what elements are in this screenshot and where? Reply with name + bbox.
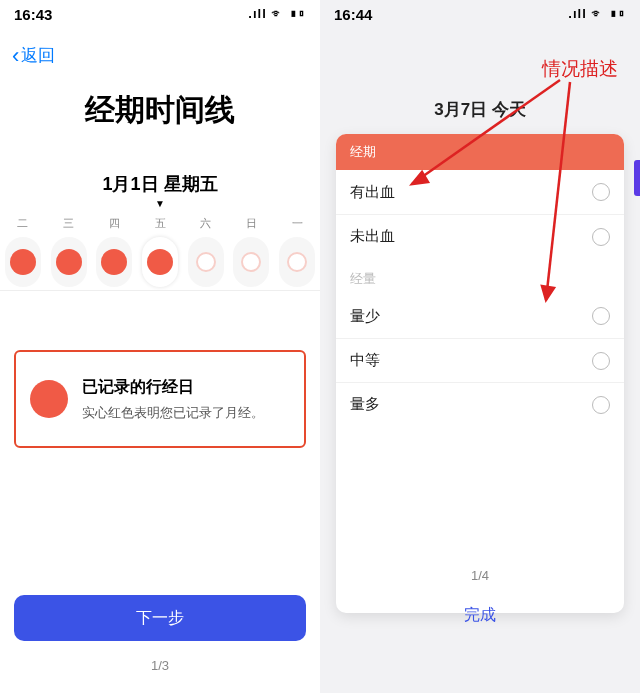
day-dot-container [188, 237, 224, 287]
status-time: 16:44 [334, 6, 372, 23]
day-cell[interactable]: 二 [0, 216, 46, 287]
status-icons: .ıll ᯤ ▮▯ [568, 6, 626, 21]
radio-icon [592, 183, 610, 201]
day-cell[interactable]: 日 [229, 216, 275, 287]
day-label: 一 [274, 216, 320, 231]
section-header-flow: 经量 [336, 258, 624, 294]
day-label: 日 [229, 216, 275, 231]
day-label: 五 [137, 216, 183, 231]
day-dot-container [279, 237, 315, 287]
day-cell[interactable]: 四 [91, 216, 137, 287]
pager-right: 1/4 [320, 568, 640, 583]
option-label: 未出血 [350, 227, 395, 246]
empty-dot-icon [241, 252, 261, 272]
empty-dot-icon [287, 252, 307, 272]
current-day-pointer-icon: ▼ [155, 198, 165, 209]
period-dot-icon [56, 249, 82, 275]
back-button[interactable]: ‹ 返回 [12, 44, 55, 67]
divider [0, 290, 320, 291]
radio-icon [592, 352, 610, 370]
status-time: 16:43 [14, 6, 52, 23]
chevron-left-icon: ‹ [12, 49, 19, 63]
option-row[interactable]: 中等 [336, 338, 624, 382]
input-sheet: 经期 有出血未出血 经量 量少中等量多 [336, 134, 624, 613]
nav-bar: ‹ 返回 [0, 34, 320, 76]
day-cell[interactable]: 六 [183, 216, 229, 287]
days-strip[interactable]: 二三四五六日一 [0, 212, 320, 290]
info-desc: 实心红色表明您已记录了月经。 [82, 404, 264, 422]
day-label: 二 [0, 216, 46, 231]
option-row[interactable]: 未出血 [336, 214, 624, 258]
info-card: 已记录的行经日 实心红色表明您已记录了月经。 [14, 350, 306, 448]
day-cell[interactable]: 三 [46, 216, 92, 287]
day-label: 四 [91, 216, 137, 231]
status-bar: 16:43 .ıll ᯤ ▮▯ [0, 0, 320, 34]
period-dot-icon [147, 249, 173, 275]
period-dot-icon [30, 380, 68, 418]
radio-icon [592, 307, 610, 325]
section-flow-options: 量少中等量多 [336, 294, 624, 426]
day-label: 三 [46, 216, 92, 231]
option-row[interactable]: 有出血 [336, 170, 624, 214]
status-bar: 16:44 .ıll ᯤ ▮▯ [320, 0, 640, 34]
date-header: 3月7日 今天 [320, 98, 640, 121]
option-label: 有出血 [350, 183, 395, 202]
next-label: 下一步 [136, 608, 184, 629]
period-dot-icon [101, 249, 127, 275]
status-icons: .ıll ᯤ ▮▯ [248, 6, 306, 21]
background-sliver [634, 160, 640, 196]
day-label: 六 [183, 216, 229, 231]
date-header: 1月1日 星期五 [0, 172, 320, 196]
done-label: 完成 [464, 605, 496, 626]
day-dot-container [96, 237, 132, 287]
info-text: 已记录的行经日 实心红色表明您已记录了月经。 [82, 377, 264, 422]
day-cell[interactable]: 一 [274, 216, 320, 287]
pager-left: 1/3 [0, 658, 320, 673]
day-dot-container [233, 237, 269, 287]
day-cell[interactable]: 五 [137, 216, 183, 287]
option-label: 量少 [350, 307, 380, 326]
left-screenshot: 16:43 .ıll ᯤ ▮▯ ‹ 返回 经期时间线 1月1日 星期五 ▼ 二三… [0, 0, 320, 693]
day-dot-container [51, 237, 87, 287]
day-dot-container [142, 237, 178, 287]
period-dot-icon [10, 249, 36, 275]
back-label: 返回 [21, 44, 55, 67]
section-period-options: 有出血未出血 [336, 170, 624, 258]
radio-icon [592, 396, 610, 414]
option-row[interactable]: 量多 [336, 382, 624, 426]
annotation-label: 情况描述 [542, 56, 618, 82]
empty-dot-icon [196, 252, 216, 272]
right-screenshot: 16:44 .ıll ᯤ ▮▯ 情况描述 3月7日 今天 经期 有出血未出血 经… [320, 0, 640, 693]
day-dot-container [5, 237, 41, 287]
info-title: 已记录的行经日 [82, 377, 264, 398]
done-button[interactable]: 完成 [342, 595, 618, 635]
option-row[interactable]: 量少 [336, 294, 624, 338]
page-title: 经期时间线 [0, 90, 320, 131]
next-button[interactable]: 下一步 [14, 595, 306, 641]
option-label: 量多 [350, 395, 380, 414]
radio-icon [592, 228, 610, 246]
section-header-period: 经期 [336, 134, 624, 170]
option-label: 中等 [350, 351, 380, 370]
